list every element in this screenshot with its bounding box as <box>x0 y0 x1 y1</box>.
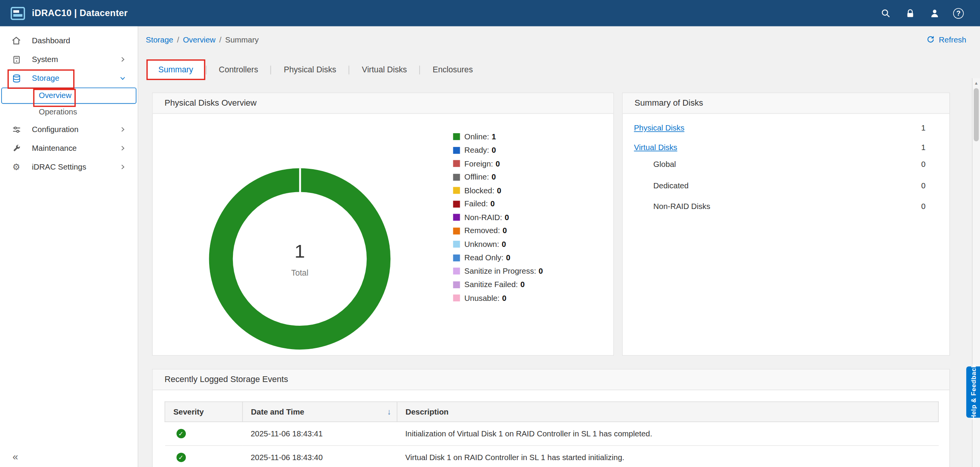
legend-item: Non-RAID:0 <box>453 211 543 224</box>
home-icon <box>11 36 21 46</box>
main-content: Storage / Overview / Summary Refresh Sum… <box>138 26 980 467</box>
app-title: iDRAC10 | Datacenter <box>32 8 128 18</box>
sidebar-collapse-icon[interactable]: « <box>9 451 22 464</box>
app-header: iDRAC10 | Datacenter <box>0 0 980 26</box>
scroll-up-icon[interactable]: ▲ <box>972 81 980 85</box>
legend-item: Blocked:0 <box>453 184 543 197</box>
idrac-app: iDRAC10 | Datacenter <box>0 0 980 467</box>
summary-row: Global 0 <box>634 158 926 171</box>
chevron-right-icon <box>119 144 126 152</box>
legend-swatch <box>453 268 460 275</box>
card-title: Recently Logged Storage Events <box>153 369 949 390</box>
disks-legend: Online:1 Ready:0 Foreign:0 Offline:0 Blo… <box>453 130 543 305</box>
sidebar-item-dashboard[interactable]: Dashboard <box>0 31 138 50</box>
physical-disks-overview-card: Physical Disks Overview 1 Total Online:1… <box>152 93 614 356</box>
summary-label: Global <box>653 160 676 169</box>
sidebar-item-label: Storage <box>32 74 119 83</box>
legend-swatch <box>453 147 460 153</box>
tab-virtual-disks[interactable]: Virtual Disks <box>351 60 418 78</box>
physical-disks-link[interactable]: Physical Disks <box>634 124 685 132</box>
legend-swatch <box>453 201 460 207</box>
event-row[interactable]: ✓ 2025-11-06 18:43:41 Initialization of … <box>165 422 938 446</box>
topbar-icons: ? <box>880 8 964 19</box>
chevron-right-icon <box>119 126 126 133</box>
chevron-right-icon <box>119 56 126 63</box>
sidebar-item-idrac-settings[interactable]: ⚙ iDRAC Settings <box>0 158 138 176</box>
column-description[interactable]: Description <box>397 402 938 422</box>
lock-icon[interactable] <box>904 8 915 19</box>
virtual-disks-link[interactable]: Virtual Disks <box>634 143 677 152</box>
summary-of-disks-card: Summary of Disks Physical Disks 1 Virtua… <box>622 93 950 356</box>
summary-label: Non-RAID Disks <box>653 202 710 211</box>
help-feedback-tab[interactable]: Help & Feedback <box>966 366 980 418</box>
tab-summary[interactable]: Summary <box>148 60 204 78</box>
sidebar-item-label: System <box>32 55 119 64</box>
legend-item: Sanitize in Progress:0 <box>453 265 543 278</box>
sidebar-item-storage-operations[interactable]: Operations <box>0 104 138 120</box>
sort-desc-icon[interactable]: ↓ <box>387 407 391 416</box>
brand: iDRAC10 | Datacenter <box>10 5 128 21</box>
column-severity[interactable]: Severity <box>165 402 243 422</box>
sidebar-item-label: Configuration <box>32 125 119 134</box>
summary-row: Physical Disks 1 <box>634 122 926 135</box>
chevron-down-icon <box>119 74 126 82</box>
server-icon <box>11 54 21 64</box>
sidebar-item-system[interactable]: System <box>0 50 138 69</box>
help-feedback-label: Help & Feedback <box>969 364 977 420</box>
sidebar-item-storage-overview[interactable]: Overview <box>1 88 136 104</box>
card-title: Physical Disks Overview <box>153 93 613 114</box>
column-datetime[interactable]: Date and Time ↓ <box>243 402 397 422</box>
tab-separator <box>349 65 349 74</box>
breadcrumb-current: Summary <box>225 36 259 44</box>
user-icon[interactable] <box>929 8 940 19</box>
event-datetime: 2025-11-06 18:43:40 <box>243 446 397 467</box>
sidebar-subitem-label: Overview <box>39 91 71 100</box>
breadcrumb-separator: / <box>177 36 179 44</box>
legend-swatch <box>453 133 460 140</box>
summary-row: Dedicated 0 <box>634 180 926 192</box>
event-row[interactable]: ✓ 2025-11-06 18:43:40 Virtual Disk 1 on … <box>165 446 938 467</box>
event-description: Virtual Disk 1 on RAID Controller in SL … <box>397 446 938 467</box>
sidebar-item-maintenance[interactable]: Maintenance <box>0 139 138 158</box>
legend-item: Removed:0 <box>453 224 543 238</box>
ok-check-icon: ✓ <box>176 429 186 439</box>
ok-check-icon: ✓ <box>176 453 186 462</box>
summary-row: Virtual Disks 1 <box>634 141 926 154</box>
legend-item: Ready:0 <box>453 144 543 157</box>
summary-value: 1 <box>921 124 926 132</box>
sidebar-item-label: Dashboard <box>32 36 126 45</box>
tab-enclosures[interactable]: Enclosures <box>422 60 483 78</box>
breadcrumb-link-overview[interactable]: Overview <box>183 36 215 44</box>
storage-tabs: Summary Controllers Physical Disks Virtu… <box>148 60 484 78</box>
legend-swatch <box>453 281 460 288</box>
legend-item: Foreign:0 <box>453 157 543 170</box>
summary-label: Dedicated <box>653 181 688 190</box>
search-icon[interactable] <box>880 8 891 19</box>
sliders-icon <box>11 124 21 134</box>
tab-physical-disks[interactable]: Physical Disks <box>273 60 347 78</box>
legend-item: Failed:0 <box>453 197 543 211</box>
wrench-icon <box>11 143 21 153</box>
events-table: Severity Date and Time ↓ Description ✓ <box>165 402 939 467</box>
legend-swatch <box>453 254 460 261</box>
scrollbar-thumb[interactable] <box>974 88 979 141</box>
help-icon[interactable]: ? <box>953 8 964 18</box>
event-datetime: 2025-11-06 18:43:41 <box>243 422 397 446</box>
summary-row: Non-RAID Disks 0 <box>634 200 926 213</box>
sidebar-item-label: Maintenance <box>32 144 119 153</box>
disks-donut-chart: 1 Total <box>209 168 391 349</box>
sidebar-item-label: iDRAC Settings <box>32 163 119 171</box>
sidebar-item-storage[interactable]: Storage <box>0 69 138 88</box>
legend-swatch <box>453 174 460 181</box>
storage-database-icon <box>11 73 21 83</box>
summary-value: 0 <box>921 202 926 211</box>
summary-value: 1 <box>921 143 926 152</box>
sidebar-subitem-label: Operations <box>39 108 77 116</box>
breadcrumb-link-storage[interactable]: Storage <box>146 36 174 44</box>
legend-item: Unusable:0 <box>453 291 543 305</box>
refresh-button[interactable]: Refresh <box>926 35 966 46</box>
tab-controllers[interactable]: Controllers <box>208 60 269 78</box>
breadcrumb-row: Storage / Overview / Summary Refresh <box>146 34 967 46</box>
sidebar-item-configuration[interactable]: Configuration <box>0 120 138 139</box>
storage-events-card: Recently Logged Storage Events Severity … <box>152 369 950 467</box>
